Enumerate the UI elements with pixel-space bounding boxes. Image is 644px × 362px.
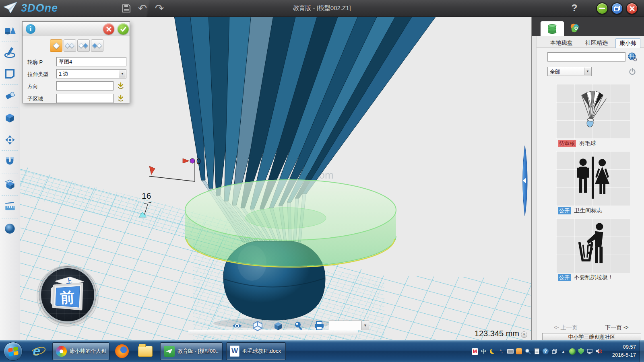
file-explorer-icon[interactable] [138, 343, 153, 359]
internet-explorer-icon[interactable]: e [29, 343, 44, 359]
dialog-header[interactable]: i [23, 22, 130, 36]
view-cube-top-label[interactable]: 上 [65, 277, 72, 285]
document-tray-icon[interactable] [533, 348, 540, 355]
sketch-tool[interactable] [4, 46, 16, 58]
ime-indicator[interactable]: 中 [480, 348, 487, 355]
print-icon[interactable] [314, 320, 325, 331]
local-library-tab[interactable] [541, 21, 564, 36]
clock-date: 2016-5-17 [604, 351, 636, 359]
start-button[interactable] [4, 342, 23, 361]
features-tool[interactable] [4, 112, 16, 124]
wireframe-mode-icon[interactable] [252, 320, 263, 331]
edit-sketch-tool[interactable] [4, 68, 16, 80]
model-name[interactable]: 不要乱扔垃圾！ [574, 274, 613, 281]
model-name[interactable]: 卫生间标志 [574, 207, 602, 214]
filter-arrow-icon[interactable]: ▼ [584, 68, 591, 75]
model-card-thumbnail-restroom[interactable] [556, 151, 630, 206]
tab-community-featured[interactable]: 社区精选 [582, 38, 611, 48]
taskbar-button-word[interactable]: W 羽毛球教程.docx ... [226, 342, 286, 360]
redo-button[interactable]: ↷ [154, 3, 165, 14]
keyboard-tray-icon[interactable] [507, 348, 514, 355]
primitives-tool[interactable] [4, 24, 16, 36]
security-ball-tray-icon[interactable] [569, 348, 576, 355]
render-material-tool[interactable] [4, 222, 16, 234]
taskbar-button-3done[interactable]: 教育版 - [模型00... [160, 342, 223, 360]
dimension-value-label[interactable]: 16 [142, 191, 151, 200]
maximize-button[interactable] [611, 2, 623, 14]
toolbar-divider [2, 218, 18, 218]
select-arrow-icon[interactable]: ▼ [119, 70, 126, 78]
search-input[interactable] [547, 52, 625, 62]
search-tray-icon[interactable] [524, 348, 531, 355]
model-card-thumbnail-shuttlecock[interactable] [556, 84, 630, 139]
close-button[interactable] [626, 2, 638, 14]
constraint-tool[interactable] [4, 156, 16, 168]
community-tab[interactable] [569, 23, 582, 35]
visibility-eye-icon[interactable] [231, 320, 243, 331]
maxthon-tray-icon[interactable]: M [472, 348, 478, 355]
extrude-mode-1-button[interactable] [50, 39, 62, 52]
trim-tool[interactable] [4, 90, 16, 102]
browser-pinwheel-icon [56, 346, 67, 357]
extrude-mode-2-button[interactable] [64, 39, 76, 52]
model-card-thumbnail-litter[interactable] [556, 218, 630, 273]
show-desktop-button[interactable] [640, 340, 644, 362]
restore-windows-tray-icon[interactable] [551, 348, 558, 355]
combine-tool[interactable] [4, 178, 16, 190]
input-pad-tray-icon[interactable] [516, 348, 522, 355]
minimize-button[interactable] [596, 2, 608, 14]
subregion-picker-icon[interactable] [117, 95, 125, 103]
subregion-input[interactable] [56, 94, 114, 103]
ime-punctuation-icon[interactable]: °, [498, 348, 505, 355]
shield-tray-icon[interactable] [578, 348, 584, 355]
extrude-dialog: i 轮廓 P 拉伸类型 [22, 21, 130, 103]
direction-label: 方向 [27, 83, 38, 90]
panel-collapse-handle[interactable] [519, 145, 530, 216]
direction-picker-icon[interactable] [117, 82, 125, 90]
direction-input[interactable] [56, 81, 114, 90]
view-cube[interactable]: 上 前 [39, 267, 96, 323]
extrude-mode-4-button[interactable] [91, 39, 103, 52]
toolbar-divider [2, 41, 18, 41]
logo-text: 3DOne [21, 2, 58, 14]
origin-sphere-handle[interactable] [190, 158, 195, 163]
tab-local-disk[interactable]: 本地磁盘 [547, 38, 576, 48]
view-preset-combobox[interactable]: ▼ [329, 321, 369, 330]
volume-muted-tray-icon[interactable] [595, 348, 602, 355]
windows-taskbar: e 康小帅的个人创... 教育版 - [模型00... W 羽毛球教程.docx… [0, 340, 644, 362]
extrude-mode-3-button[interactable] [77, 39, 90, 52]
help-tray-icon[interactable]: ? [542, 348, 549, 355]
cancel-button[interactable] [103, 23, 114, 35]
confirm-button[interactable] [118, 23, 129, 35]
moon-tray-icon[interactable] [489, 348, 496, 355]
extrude-type-value: 1 边 [59, 71, 68, 77]
extrude-type-select[interactable]: 1 边 ▼ [56, 69, 126, 78]
tab-user-kangxiaoshuai[interactable]: 康小帅 [615, 38, 640, 48]
toolbar-divider [2, 173, 18, 173]
zoom-icon[interactable] [293, 320, 304, 331]
undo-button[interactable]: ↶ [137, 3, 148, 14]
category-filter-select[interactable]: 全部 ▼ [547, 67, 592, 76]
readout-dropdown-icon[interactable]: ▼ [521, 331, 527, 338]
measure-tool[interactable] [4, 201, 16, 213]
help-button[interactable]: ? [569, 2, 580, 14]
show-hidden-icons-arrow[interactable]: ▲ [560, 348, 567, 355]
toolbar-divider [2, 150, 18, 151]
search-globe-icon[interactable] [627, 52, 637, 62]
move-tool[interactable] [4, 134, 16, 146]
save-button[interactable] [121, 3, 132, 14]
profile-input[interactable] [56, 57, 126, 66]
previous-page-link[interactable]: <- 上一页 [554, 324, 578, 331]
taskbar-clock[interactable]: 09:57 2016-5-17 [604, 343, 636, 359]
next-page-link[interactable]: 下一页 -> [605, 324, 629, 331]
extrude-preview-band[interactable] [185, 180, 396, 267]
combobox-arrow-icon[interactable]: ▼ [361, 321, 369, 330]
taskbar-button-browser[interactable]: 康小帅的个人创... [52, 342, 109, 360]
view-cube-front-label[interactable]: 前 [59, 289, 75, 306]
firefox-icon[interactable] [114, 343, 130, 359]
network-tray-icon[interactable] [586, 348, 593, 355]
refresh-power-icon[interactable] [628, 68, 636, 76]
model-name[interactable]: 羽毛球 [579, 140, 596, 147]
view-cube-glyph[interactable]: 上 前 [39, 267, 96, 323]
shaded-mode-icon[interactable] [272, 320, 284, 331]
